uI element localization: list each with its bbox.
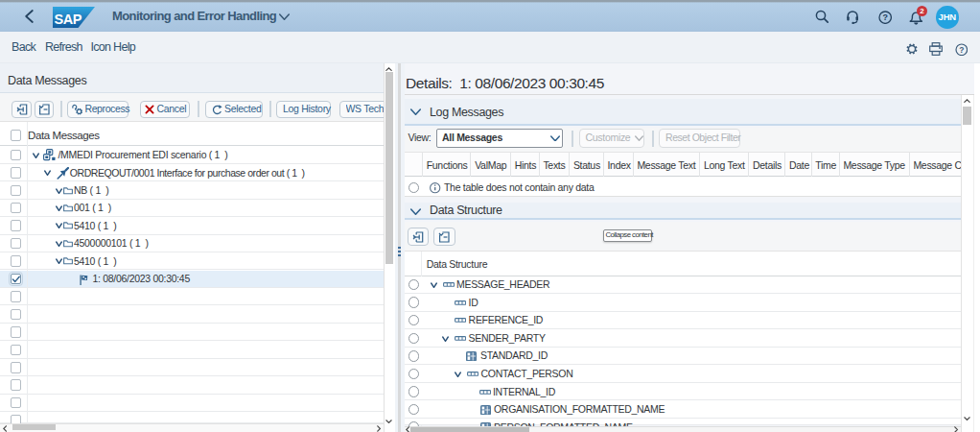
svg-text:SAP: SAP bbox=[55, 12, 82, 27]
svg-text:?: ? bbox=[959, 44, 964, 54]
svg-text:?: ? bbox=[882, 12, 888, 22]
